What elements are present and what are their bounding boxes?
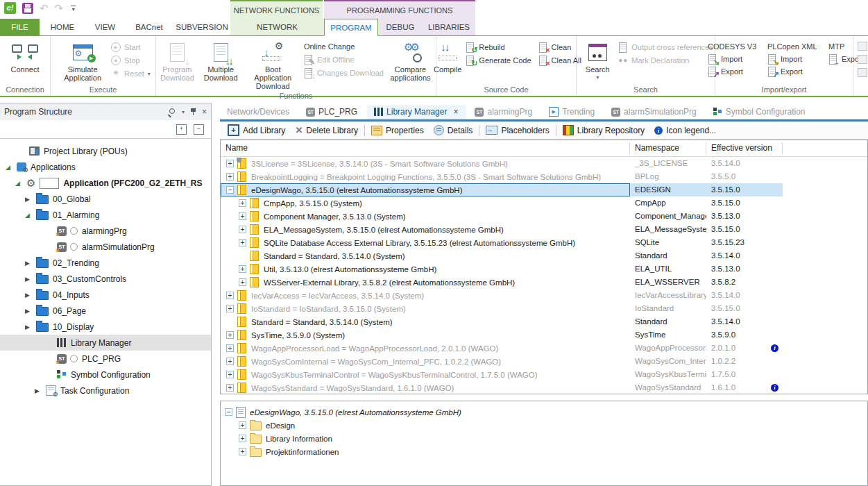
expand-icon[interactable]: +	[226, 344, 234, 352]
expand-icon[interactable]: +	[226, 160, 234, 167]
compile-button[interactable]: ↓↓ Compile	[431, 40, 464, 74]
icon-legend-button[interactable]: iIcon legend...	[649, 126, 721, 135]
undo-icon[interactable]: ↶	[40, 3, 49, 14]
add-library-button[interactable]: +Add Library	[223, 124, 290, 136]
clean-button[interactable]: × Clean	[538, 42, 581, 52]
menu-tab-debug[interactable]: DEBUG	[378, 19, 423, 35]
library-info-icon[interactable]: i	[771, 384, 778, 392]
expand-icon[interactable]: +	[226, 384, 234, 392]
menu-tab-file[interactable]: FILE	[0, 19, 40, 35]
collapsed-arrow-icon[interactable]: ▶	[25, 260, 36, 267]
library-row-standard[interactable]: +Standard = Standard, 3.5.14.0 (System)S…	[221, 315, 867, 328]
tree-item-symbol-configuration[interactable]: Symbol Configuration	[0, 367, 211, 383]
expand-icon[interactable]: +	[239, 265, 246, 273]
expand-icon[interactable]: +	[226, 173, 234, 181]
generate-code-button[interactable]: ↻ Generate Code	[466, 56, 531, 65]
codesys-import-button[interactable]: ↘ Import	[708, 54, 767, 64]
tab-trending[interactable]: ▶Trending	[542, 105, 603, 119]
expand-icon[interactable]: +	[239, 435, 246, 442]
library-row-systime[interactable]: +SysTime, 3.5.9.0 (System)SysTime3.5.9.0	[221, 328, 867, 342]
tab-symbol-configuration[interactable]: Symbol Configuration	[706, 105, 814, 119]
detail-item-edesign[interactable]: +eDesign	[221, 419, 867, 432]
changes-download-button[interactable]: ↓ Changes Download	[304, 68, 384, 78]
tree-item-alarmingprg[interactable]: STalarmingPrg	[0, 223, 211, 239]
library-row-wagosyscom-internal[interactable]: +WagoSysComInternal = WagoSysCom_Interna…	[221, 355, 867, 368]
tree-item-04-inputs[interactable]: ▶04_Inputs	[0, 287, 211, 303]
tree-item-01-alarming[interactable]: ◢01_Alarming	[0, 207, 211, 223]
rebuild-button[interactable]: ↺ Rebuild	[466, 42, 531, 52]
library-row-wagosysstandard[interactable]: +WagoSysStandard = WagoSysStandard, 1.6.…	[221, 381, 867, 394]
multiple-download-button[interactable]: ↓↓ Multiple Download	[200, 40, 242, 83]
boot-application-download-button[interactable]: ↓⚙ Boot Application Download	[244, 40, 303, 91]
tree-item-06-page[interactable]: ▶06_Page	[0, 303, 211, 319]
library-row-wagosyskbusterminalcontrol[interactable]: +WagoSysKbusTerminalControl = WagoSysKbu…	[221, 368, 867, 381]
expand-icon[interactable]: +	[226, 331, 234, 339]
clean-all-button[interactable]: × Clean All	[538, 56, 581, 65]
collapse-icon[interactable]: −	[226, 186, 234, 194]
start-button[interactable]: ▶ Start	[111, 42, 151, 52]
library-row-sqlite[interactable]: +SQLite Database Access External Library…	[221, 236, 867, 249]
collapsed-arrow-icon[interactable]: ▶	[25, 292, 36, 299]
collapsed-arrow-icon[interactable]: ▶	[25, 196, 36, 203]
library-row-ela-wsserver[interactable]: +WSServer-External Library, 3.5.8.2 (elr…	[221, 276, 867, 289]
tree-item-10-display[interactable]: ▶10_Display	[0, 319, 211, 335]
tab-plc-prg[interactable]: STPLC_PRG	[299, 105, 366, 119]
detail-item-library-information[interactable]: +Library Information	[221, 432, 867, 445]
library-row-ela-messagesystem[interactable]: +ELA_MessageSystem, 3.5.15.0 (elrest Aut…	[221, 223, 867, 236]
stop-button[interactable]: ■ Stop	[111, 56, 151, 65]
menu-tab-view[interactable]: VIEW	[85, 19, 125, 35]
tree-item-02-trending[interactable]: ▶02_Trending	[0, 255, 211, 271]
library-row-iecvaraccesslibrary[interactable]: +IecVarAccess = IecVarAccess, 3.5.14.0 (…	[221, 289, 867, 302]
menu-tab-subversion[interactable]: SUBVERSION	[173, 19, 230, 35]
simulate-application-button[interactable]: ⚙▶ Simulate Application	[56, 40, 110, 83]
menu-tab-bacnet[interactable]: BACnet	[125, 19, 173, 35]
menu-tab-libraries[interactable]: LIBRARIES	[423, 19, 475, 35]
tab-network-devices[interactable]: Network/Devices	[220, 105, 298, 119]
program-download-button[interactable]: ↓ Program Download	[156, 40, 198, 83]
library-row-component-manager[interactable]: +Component Manager, 3.5.13.0 (System)Com…	[221, 210, 867, 223]
plcopen-export-button[interactable]: ↗ Export	[767, 67, 828, 76]
expand-icon[interactable]: +	[226, 305, 234, 312]
column-header-effective-version[interactable]: Effective version	[706, 142, 783, 154]
collapse-icon[interactable]: −	[225, 408, 232, 416]
expand-icon[interactable]: +	[239, 278, 246, 286]
tree-item-alarmsimulationprg[interactable]: STalarmSimulationPrg	[0, 239, 211, 255]
tab-library-manager[interactable]: Library Manager×	[367, 105, 466, 119]
detail-item-projektinformationen[interactable]: +Projektinformationen	[221, 445, 867, 458]
search-button[interactable]: Search ▾	[578, 40, 617, 83]
codesys-export-button[interactable]: ↗ Export	[708, 67, 767, 76]
expanded-arrow-icon[interactable]: ◢	[25, 212, 36, 219]
library-row-wagoappprocessorload[interactable]: +WagoAppProcessorLoad = WagoAppProcessor…	[221, 342, 867, 355]
save-icon[interactable]	[22, 3, 33, 14]
expanded-arrow-icon[interactable]: ◢	[15, 180, 26, 187]
detail-item-edesignwago-3-5-15-0-elrest-automationssysteme-gmbh[interactable]: −eDesignWago, 3.5.15.0 (elrest Automatio…	[221, 405, 867, 419]
column-header-name[interactable]: Name	[221, 142, 630, 154]
redo-icon[interactable]: ↷	[55, 3, 64, 14]
panel-pin-icon[interactable]	[190, 108, 196, 116]
details-button[interactable]: Details	[429, 125, 478, 135]
customize-icon[interactable]: ▾	[71, 6, 76, 11]
properties-button[interactable]: Properties	[366, 126, 429, 135]
delete-library-button[interactable]: ✕Delete Library	[290, 125, 363, 135]
expand-icon[interactable]: +	[226, 358, 234, 365]
connect-button[interactable]: Connect	[8, 40, 42, 74]
menu-tab-program[interactable]: PROGRAM	[324, 19, 378, 36]
tree-item-applications[interactable]: ◢Applications	[0, 159, 211, 175]
tree-item-task-configuration[interactable]: ▶Task Configuration	[0, 383, 211, 399]
collapsed-arrow-icon[interactable]: ▶	[35, 387, 46, 394]
edit-offline-button[interactable]: ✎ Edit Offline	[304, 55, 384, 65]
compare-applications-button[interactable]: ⚙⚙ Compare applications	[385, 40, 436, 83]
tree-item-03-customcontrols[interactable]: ▶03_CustomControls	[0, 271, 211, 287]
library-row-standard[interactable]: +Standard = Standard, 3.5.14.0 (System)S…	[221, 249, 867, 262]
library-row-bplog[interactable]: +BreakpointLogging = Breakpoint Logging …	[221, 170, 867, 183]
tab-alarmingprg[interactable]: STalarmingPrg	[468, 105, 541, 119]
placeholders-button[interactable]: →Placeholders	[481, 126, 554, 135]
online-change-button[interactable]: Online Change	[304, 42, 384, 51]
expand-all-icon[interactable]: +	[176, 124, 187, 135]
collapsed-arrow-icon[interactable]: ▶	[25, 308, 36, 315]
output-cross-references-button[interactable]: Output cross references	[618, 42, 713, 52]
library-repository-button[interactable]: Library Repository	[558, 125, 649, 135]
expand-icon[interactable]: +	[226, 371, 234, 378]
close-tab-icon[interactable]: ×	[453, 107, 458, 117]
tab-alarmsimulationprg[interactable]: STalarmSimulationPrg	[604, 105, 705, 119]
